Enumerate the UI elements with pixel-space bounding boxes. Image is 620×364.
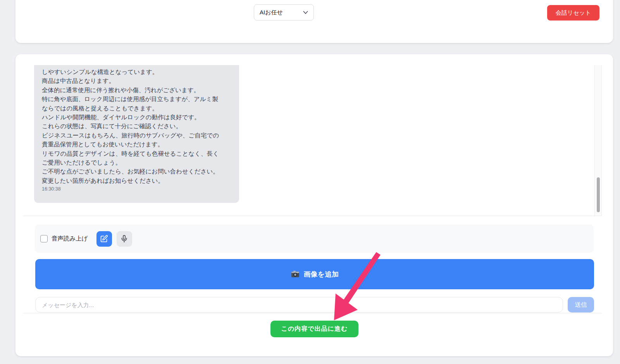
chat-card: しやすいシンプルな構造となっています。 商品は中古品となります。 全体的に通常使…: [16, 54, 613, 356]
microphone-icon: [120, 235, 128, 243]
chat-scrollbar-track[interactable]: [594, 65, 602, 216]
add-image-label: 画像を追加: [304, 270, 339, 279]
ai-mode-select-value: AIお任せ: [260, 9, 283, 16]
conversation-reset-button[interactable]: 会話リセット: [547, 5, 599, 21]
message-timestamp: 16:30:38: [42, 186, 231, 192]
tts-checkbox[interactable]: [40, 235, 48, 242]
edit-pencil-square-icon: [100, 235, 108, 243]
add-image-button[interactable]: 画像を追加: [35, 259, 594, 289]
tts-checkbox-label: 音声読み上げ: [52, 235, 88, 243]
send-button[interactable]: 送信: [568, 297, 594, 312]
assistant-message-bubble: しやすいシンプルな構造となっています。 商品は中古品となります。 全体的に通常使…: [34, 65, 239, 203]
chat-scrollbar-thumb[interactable]: [597, 177, 600, 212]
page: AIお任せ 会話リセット しやすいシンプルな構造となっています。 商品は中古品と…: [0, 0, 620, 364]
voice-input-button[interactable]: [117, 231, 132, 247]
voice-controls-row: 音声読み上げ: [35, 225, 594, 253]
edit-message-button[interactable]: [96, 231, 112, 247]
footer-divider: [23, 313, 602, 313]
chat-scroll-area[interactable]: しやすいシンプルな構造となっています。 商品は中古品となります。 全体的に通常使…: [23, 65, 602, 216]
ai-mode-select[interactable]: AIお任せ: [254, 4, 314, 21]
chevron-down-icon: [303, 11, 308, 14]
camera-icon: [291, 270, 300, 279]
assistant-message-text: しやすいシンプルな構造となっています。 商品は中古品となります。 全体的に通常使…: [42, 67, 231, 185]
proceed-to-listing-button[interactable]: この内容で出品に進む: [270, 321, 358, 337]
message-input[interactable]: [35, 297, 563, 312]
toolbar-card: AIお任せ 会話リセット: [16, 0, 613, 43]
